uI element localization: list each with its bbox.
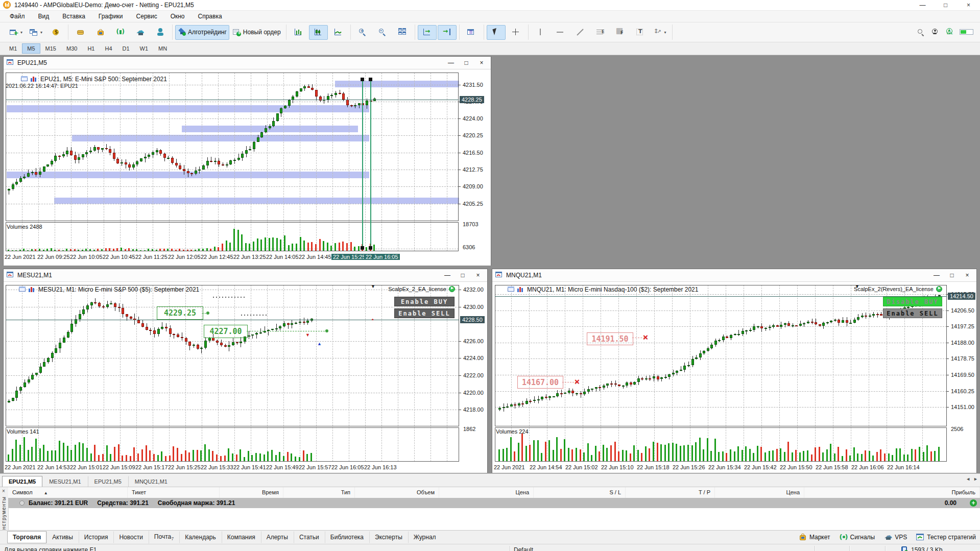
column-header-5[interactable]: Объем bbox=[355, 487, 439, 498]
menu-сервис[interactable]: Сервис bbox=[130, 11, 164, 21]
line-chart-icon[interactable] bbox=[329, 25, 348, 40]
chart-maximize-button[interactable]: □ bbox=[459, 272, 467, 279]
toolbox-tab-эксперты[interactable]: Эксперты bbox=[369, 531, 408, 543]
cursor-icon[interactable] bbox=[487, 25, 506, 40]
enable-buy-button[interactable]: Enable BUY bbox=[394, 297, 455, 306]
toolbox-tab-торговля[interactable]: Торговля bbox=[7, 531, 46, 543]
toolbox-tab-алерты[interactable]: Алерты bbox=[261, 531, 294, 543]
column-header-6[interactable]: Цена bbox=[439, 487, 534, 498]
chart-tab-epu21-m5[interactable]: EPU21,M5 bbox=[88, 476, 128, 487]
tile-windows-icon[interactable] bbox=[393, 25, 412, 40]
pay-icon[interactable]: $ bbox=[46, 25, 65, 40]
toolbox-tab-история[interactable]: История bbox=[79, 531, 114, 543]
chart-plot-area[interactable]: 14167.00×14191.50×▼14215.7514206.5014197… bbox=[492, 282, 976, 473]
cloud-vps-icon[interactable]: ☁ bbox=[131, 25, 150, 40]
horizontal-line-icon[interactable] bbox=[551, 25, 570, 40]
bars-chart-icon[interactable] bbox=[289, 25, 308, 40]
enable-sell-button[interactable]: Enable SELL bbox=[394, 308, 455, 318]
text-icon[interactable]: T bbox=[631, 25, 650, 40]
algo-trading-button[interactable]: Алготрейдинг bbox=[175, 25, 229, 40]
chart-tab-mesu21-m1[interactable]: MESU21,M1 bbox=[42, 476, 87, 487]
timeframe-m15[interactable]: M15 bbox=[40, 43, 61, 54]
signals-button[interactable]: ()Сигналы bbox=[840, 533, 875, 541]
toolbox-tab-новости[interactable]: Новости bbox=[113, 531, 148, 543]
chart-plot-area[interactable]: 4231.504227.754224.004220.254216.504212.… bbox=[4, 69, 491, 266]
toolbox-close-icon[interactable]: × bbox=[2, 488, 5, 494]
menu-окно[interactable]: Окно bbox=[164, 11, 192, 21]
vline-handle[interactable] bbox=[369, 78, 372, 81]
toolbox-tab-библиотека[interactable]: Библиотека bbox=[325, 531, 369, 543]
chart-close-button[interactable]: × bbox=[477, 59, 486, 66]
chart-window-titlebar[interactable]: MESU21,M1 — □ × bbox=[4, 269, 487, 282]
chart-plot-area[interactable]: 4229.254227.00▼▲*▼4232.004230.004226.004… bbox=[4, 282, 487, 473]
timeframe-m1[interactable]: M1 bbox=[4, 43, 22, 54]
auto-scroll-icon[interactable]: → bbox=[418, 25, 437, 40]
column-header-2[interactable]: Тикет bbox=[128, 487, 220, 498]
arrows-icon[interactable]: ↕↗▾ bbox=[651, 25, 670, 40]
community-icon[interactable] bbox=[151, 25, 170, 40]
chart-close-button[interactable]: × bbox=[963, 272, 971, 279]
profiles-icon[interactable]: ▾ bbox=[27, 25, 45, 40]
fibonacci-icon[interactable]: E bbox=[591, 25, 610, 40]
timeframe-d1[interactable]: D1 bbox=[117, 43, 135, 54]
timeframe-h1[interactable]: H1 bbox=[82, 43, 100, 54]
column-header-8[interactable]: T / P bbox=[626, 487, 715, 498]
toolbox-tab-статьи[interactable]: Статьи bbox=[294, 531, 325, 543]
chart-window-titlebar[interactable]: MNQU21,M1 — □ × bbox=[492, 269, 976, 282]
menu-вставка[interactable]: Вставка bbox=[56, 11, 92, 21]
column-header-10[interactable]: Прибыль bbox=[804, 487, 980, 498]
signal-icon[interactable]: () bbox=[111, 25, 130, 40]
wallet-icon[interactable] bbox=[71, 25, 90, 40]
market-button[interactable]: Маркет bbox=[799, 533, 830, 541]
chart-minimize-button[interactable]: — bbox=[447, 59, 455, 66]
tab-scroll-left-button[interactable]: ◄ bbox=[966, 476, 970, 482]
new-chart-icon[interactable]: +▾ bbox=[7, 25, 26, 40]
minimize-button[interactable]: — bbox=[911, 0, 934, 10]
timeframe-mn[interactable]: MN bbox=[153, 43, 172, 54]
chart-maximize-button[interactable]: □ bbox=[462, 59, 470, 66]
toolbox-tab-календарь[interactable]: Календарь bbox=[179, 531, 222, 543]
search-icon[interactable] bbox=[917, 28, 925, 36]
chart-tab-epu21-m5[interactable]: EPU21,M5 bbox=[2, 476, 42, 487]
maximize-button[interactable]: □ bbox=[934, 0, 957, 10]
column-header-9[interactable]: Цена bbox=[715, 487, 804, 498]
timeframe-w1[interactable]: W1 bbox=[135, 43, 154, 54]
level-icon[interactable]: ▲LVL bbox=[945, 28, 953, 36]
candles-chart-icon[interactable] bbox=[309, 25, 328, 40]
trend-line-icon[interactable] bbox=[571, 25, 590, 40]
menu-графики[interactable]: Графики bbox=[92, 11, 130, 21]
selected-vertical-line[interactable] bbox=[362, 78, 363, 249]
chart-shift-icon[interactable]: → bbox=[438, 25, 457, 40]
tab-scroll-right-button[interactable]: ► bbox=[973, 476, 978, 482]
status-profile[interactable]: Default bbox=[514, 546, 533, 551]
menu-справка[interactable]: Справка bbox=[192, 11, 229, 21]
templates-icon[interactable]: ≡ bbox=[462, 25, 481, 40]
chart-maximize-button[interactable]: □ bbox=[948, 272, 956, 279]
vline-handle[interactable] bbox=[369, 246, 372, 250]
new-trade-plus-icon[interactable]: + bbox=[970, 499, 977, 507]
chart-close-button[interactable]: × bbox=[474, 272, 482, 279]
account-icon[interactable] bbox=[931, 28, 939, 36]
timeframe-m5[interactable]: M5 bbox=[22, 43, 40, 54]
connection-icon[interactable] bbox=[960, 28, 975, 36]
toolbox-tab-почта[interactable]: Почта7 bbox=[149, 531, 179, 544]
column-header-3[interactable]: Время bbox=[220, 487, 283, 498]
zoom-out-icon[interactable]: - bbox=[373, 25, 392, 40]
timeframe-m30[interactable]: M30 bbox=[61, 43, 82, 54]
close-button[interactable]: × bbox=[957, 0, 980, 10]
column-header-4[interactable]: Тип bbox=[283, 487, 355, 498]
chart-window-titlebar[interactable]: EPU21,M5 — □ × bbox=[4, 57, 491, 69]
market-bag-icon[interactable] bbox=[91, 25, 110, 40]
zoom-in-icon[interactable]: + bbox=[353, 25, 372, 40]
new-order-button[interactable]: +Новый ордер bbox=[230, 25, 283, 40]
toolbox-tab-журнал[interactable]: Журнал bbox=[408, 531, 442, 543]
vline-handle[interactable] bbox=[361, 78, 364, 81]
menu-файл[interactable]: Файл bbox=[3, 11, 32, 21]
timeframe-h4[interactable]: H4 bbox=[100, 43, 117, 54]
disable-buy-button[interactable]: Disable BUY bbox=[883, 297, 942, 306]
chart-window-epu21-m5[interactable]: EPU21,M5 — □ × 4231.504227.754224.004220… bbox=[3, 56, 491, 266]
vps-button[interactable]: ☁VPS bbox=[884, 533, 907, 541]
vertical-line-icon[interactable] bbox=[531, 25, 550, 40]
column-header-7[interactable]: S / L bbox=[534, 487, 626, 498]
vline-handle[interactable] bbox=[361, 246, 364, 250]
